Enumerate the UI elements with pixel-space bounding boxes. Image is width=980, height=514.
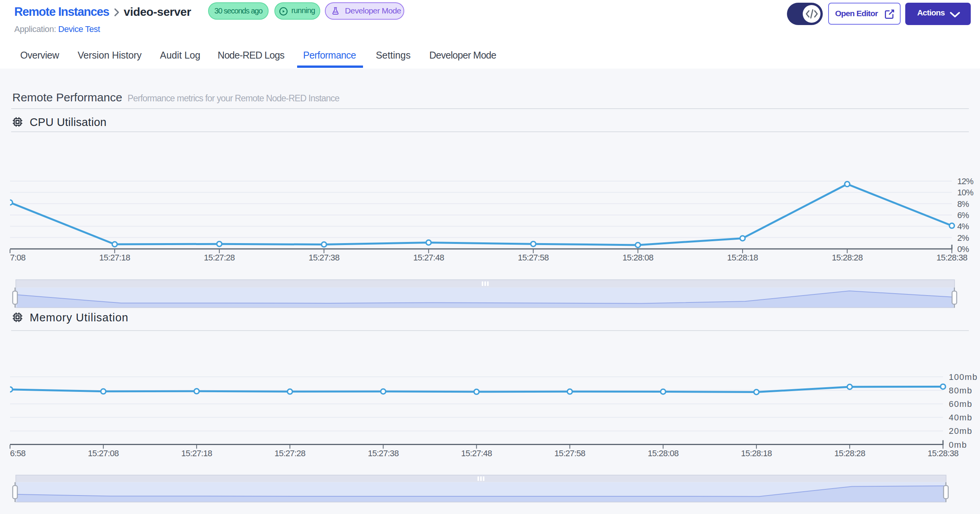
svg-text:0mb: 0mb (949, 440, 967, 450)
svg-text:2%: 2% (957, 233, 969, 243)
svg-text:15:27:28: 15:27:28 (274, 448, 306, 458)
svg-text:15:27:18: 15:27:18 (99, 253, 131, 262)
svg-text:8%: 8% (957, 199, 969, 209)
svg-text:15:27:28: 15:27:28 (204, 253, 235, 262)
svg-text:100mb: 100mb (949, 372, 978, 382)
svg-text:15:27:38: 15:27:38 (309, 253, 340, 262)
svg-text:15:28:18: 15:28:18 (741, 448, 772, 458)
svg-text:15:27:38: 15:27:38 (368, 448, 399, 458)
svg-text:40mb: 40mb (949, 413, 972, 422)
svg-text:60mb: 60mb (949, 399, 972, 409)
svg-text:0%: 0% (957, 244, 969, 254)
svg-text:10%: 10% (957, 188, 973, 197)
svg-text:15:28:18: 15:28:18 (727, 253, 758, 262)
svg-text:15:28:28: 15:28:28 (834, 448, 866, 458)
svg-text:7:08: 7:08 (10, 253, 25, 262)
svg-text:4%: 4% (957, 222, 969, 231)
svg-text:15:28:08: 15:28:08 (648, 448, 679, 458)
svg-text:6%: 6% (957, 210, 969, 220)
svg-text:15:27:48: 15:27:48 (461, 448, 492, 458)
svg-text:15:28:08: 15:28:08 (622, 253, 654, 262)
svg-text:15:27:58: 15:27:58 (518, 253, 549, 262)
svg-text:15:28:38: 15:28:38 (928, 448, 959, 458)
svg-text:15:27:18: 15:27:18 (181, 448, 212, 458)
svg-text:12%: 12% (957, 176, 973, 186)
svg-text:6:58: 6:58 (10, 448, 25, 458)
svg-text:15:27:58: 15:27:58 (555, 448, 586, 458)
svg-text:80mb: 80mb (949, 386, 972, 395)
svg-text:20mb: 20mb (949, 426, 972, 436)
svg-text:15:27:08: 15:27:08 (88, 448, 119, 458)
svg-text:15:28:28: 15:28:28 (832, 253, 863, 262)
svg-text:15:27:48: 15:27:48 (413, 253, 444, 262)
svg-text:15:28:38: 15:28:38 (936, 253, 968, 262)
